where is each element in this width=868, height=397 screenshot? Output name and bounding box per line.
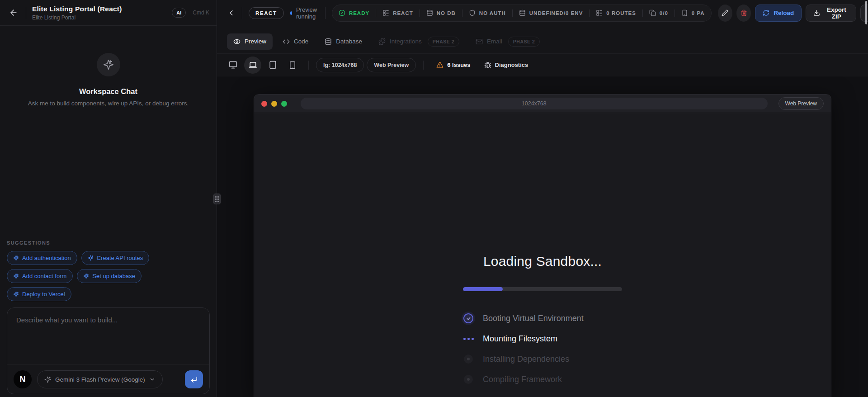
monitor-icon	[229, 61, 237, 69]
refresh-icon	[763, 9, 769, 16]
diagnostics-button[interactable]: Diagnostics	[479, 61, 534, 69]
mail-icon	[476, 38, 483, 45]
phase-badge: PHASE 2	[428, 37, 459, 47]
progress-bar	[463, 287, 622, 291]
progress-fill	[463, 287, 503, 291]
check-circle-icon	[339, 9, 345, 16]
tab-integrations[interactable]: Integrations PHASE 2	[372, 32, 466, 51]
project-titles: Elite Listing Portal (React) Elite Listi…	[32, 5, 122, 21]
warning-triangle-icon	[436, 61, 443, 69]
suggestion-add-authentication[interactable]: Add authentication	[7, 251, 77, 265]
phase-badge: PHASE 2	[508, 37, 540, 47]
device-phone-button[interactable]	[284, 57, 301, 74]
device-tablet-button[interactable]	[264, 57, 281, 74]
send-button[interactable]	[185, 370, 203, 388]
cmd-k-shortcut: Cmd K	[193, 9, 209, 16]
back-chevron-button[interactable]	[227, 7, 236, 19]
model-selector[interactable]: Gemini 3 Flash Preview (Google)	[37, 370, 163, 388]
divider	[423, 61, 424, 70]
suggestion-label: Set up database	[92, 273, 135, 279]
tablet-icon	[269, 61, 277, 69]
tab-database[interactable]: Database	[318, 33, 368, 50]
viewport-size-pill[interactable]: lg: 1024x768	[316, 58, 364, 72]
sidebar-header: Elite Listing Portal (React) Elite Listi…	[0, 0, 217, 26]
reload-label: Reload	[774, 9, 794, 16]
top-bar: REACT Preview running READY REACT	[217, 0, 868, 26]
tab-code[interactable]: Code	[276, 33, 315, 50]
sparkles-icon	[83, 273, 89, 279]
prompt-input[interactable]	[7, 308, 209, 364]
status-label: NO AUTH	[479, 10, 506, 16]
suggestion-pills: Add authentication Create API routes Add…	[7, 251, 210, 301]
step-label: Installing Dependencies	[483, 354, 569, 364]
panel-resize-handle[interactable]	[213, 194, 221, 204]
issues-label: 6 Issues	[447, 61, 470, 68]
page-scrollbar[interactable]	[865, 1, 867, 24]
enter-return-icon	[190, 376, 198, 383]
suggestion-set-up-database[interactable]: Set up database	[77, 269, 142, 283]
trash-icon	[741, 9, 747, 16]
sparkles-icon	[13, 291, 19, 297]
step-booting: Booting Virtual Environment	[463, 312, 622, 325]
status-ready: READY	[332, 9, 376, 16]
close-light	[261, 101, 267, 107]
sparkles-icon	[88, 255, 94, 261]
edit-button[interactable]	[718, 5, 732, 22]
device-toolbar: lg: 1024x768 Web Preview 6 Issues Diagno…	[217, 54, 868, 76]
tab-label: Code	[294, 38, 308, 45]
tab-label: Integrations	[390, 38, 422, 45]
preview-mode-pill[interactable]: Web Preview	[367, 58, 416, 72]
diagnostics-label: Diagnostics	[495, 61, 528, 68]
status-auth: NO AUTH	[462, 9, 512, 16]
workspace-chat-empty-state: Workspace Chat Ask me to build component…	[0, 26, 217, 107]
status-routes: 0 ROUTES	[590, 9, 642, 16]
status-label: 0 ROUTES	[606, 10, 636, 16]
preview-canvas: 1024x768 Web Preview Loading Sandbox...	[217, 76, 868, 397]
reload-button[interactable]: Reload	[755, 5, 802, 22]
smartphone-icon	[288, 61, 297, 69]
sparkles-icon	[13, 255, 19, 261]
status-database: NO DB	[420, 9, 462, 16]
composer-toolbar: N Gemini 3 Flash Preview (Google)	[7, 364, 209, 394]
check-circle-icon	[463, 313, 474, 323]
loading-title: Loading Sandbox...	[483, 254, 602, 269]
maximize-light	[281, 101, 287, 107]
tab-email[interactable]: Email PHASE 2	[469, 32, 546, 51]
app-root: Elite Listing Portal (React) Elite Listi…	[0, 0, 868, 397]
suggestion-deploy-to-vercel[interactable]: Deploy to Vercel	[7, 287, 71, 301]
chevron-down-icon	[149, 376, 156, 383]
suggestions-section: SUGGESTIONS Add authentication Create AP…	[0, 240, 217, 301]
framework-badge: REACT	[249, 7, 284, 19]
main-panel: REACT Preview running READY REACT	[217, 0, 868, 397]
divider	[242, 7, 242, 19]
delete-button[interactable]	[736, 5, 751, 22]
suggestion-create-api-routes[interactable]: Create API routes	[81, 251, 150, 265]
loading-dots-icon	[463, 338, 474, 340]
pending-dot-icon	[463, 375, 474, 384]
tab-label: Preview	[245, 38, 266, 45]
step-label: Booting Virtual Environment	[483, 314, 584, 323]
code-icon	[283, 38, 290, 45]
project-status-group: READY REACT NO DB NO AUTH	[332, 5, 712, 22]
suggestion-label: Add authentication	[22, 255, 71, 261]
ai-badge[interactable]: AI	[172, 8, 186, 18]
device-desktop-button[interactable]	[224, 57, 241, 74]
export-zip-button[interactable]: Export ZIP	[806, 5, 856, 22]
tab-preview[interactable]: Preview	[227, 33, 273, 50]
back-button[interactable]	[7, 6, 20, 19]
arrow-left-icon	[9, 8, 18, 17]
step-label: Compiling Framework	[483, 375, 562, 384]
suggestion-add-contact-form[interactable]: Add contact form	[7, 269, 73, 283]
project-title: Elite Listing Portal (React)	[32, 5, 122, 13]
sidebar: Elite Listing Portal (React) Elite Listi…	[0, 0, 217, 397]
sparkles-icon	[97, 53, 120, 76]
issues-button[interactable]: 6 Issues	[431, 61, 476, 69]
puzzle-icon	[378, 38, 386, 45]
device-laptop-button[interactable]	[244, 57, 261, 74]
status-label: REACT	[393, 10, 413, 16]
sparkles-icon	[13, 273, 19, 279]
workspace-chat-title: Workspace Chat	[79, 87, 137, 96]
minimize-light	[271, 101, 277, 107]
export-zip-label: Export ZIP	[824, 6, 849, 20]
divider	[325, 7, 326, 19]
